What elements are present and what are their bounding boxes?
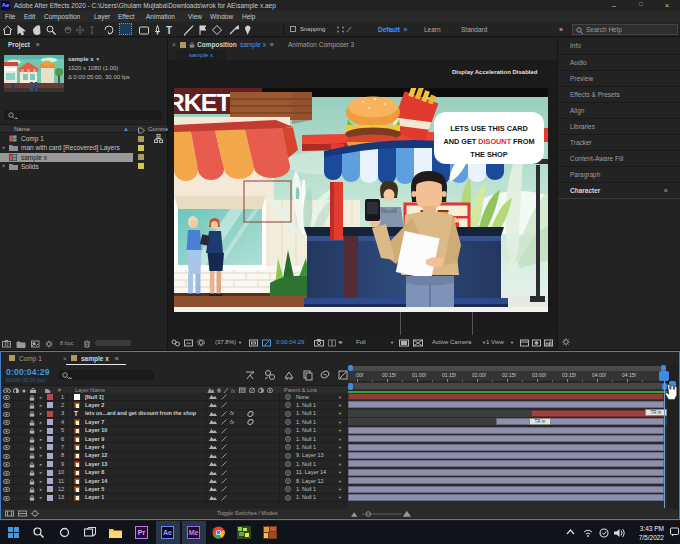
svg-text:LETS USE THIS CARD: LETS USE THIS CARD xyxy=(450,124,527,133)
svg-text:T: T xyxy=(166,25,172,36)
svg-text:RKET: RKET xyxy=(174,89,232,115)
svg-text:THE SHOP: THE SHOP xyxy=(470,150,507,159)
svg-text:AND GET DISOUNT FROM: AND GET DISOUNT FROM xyxy=(443,137,534,146)
